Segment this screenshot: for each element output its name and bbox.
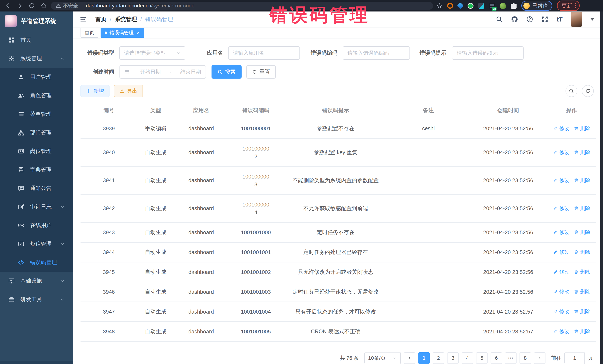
delete-link[interactable]: 删除: [574, 269, 590, 275]
delete-link[interactable]: 删除: [574, 149, 590, 156]
page-button[interactable]: 3: [447, 352, 459, 364]
sidebar-item-post[interactable]: 岗位管理: [0, 142, 73, 161]
delete-link[interactable]: 删除: [574, 177, 590, 184]
cell-code: 1001001003: [228, 282, 284, 302]
edit-link[interactable]: 修改: [553, 205, 569, 212]
sidebar-item-dict[interactable]: 字典管理: [0, 161, 73, 179]
cell-actions: 修改删除: [547, 223, 596, 243]
delete-link[interactable]: 删除: [574, 205, 590, 212]
sidebar-item-online[interactable]: 在线用户: [0, 216, 73, 235]
delete-link[interactable]: 删除: [574, 308, 590, 315]
extension-icon[interactable]: [447, 3, 453, 9]
browser-scrollbar[interactable]: [600, 11, 603, 364]
github-icon[interactable]: [511, 16, 518, 23]
extension-icon[interactable]: [500, 3, 506, 9]
extensions-puzzle-icon[interactable]: [510, 3, 517, 9]
breadcrumb-home[interactable]: 首页: [95, 16, 106, 23]
url-path[interactable]: /system/error-code: [151, 3, 195, 9]
sidebar-item-role[interactable]: 角色管理: [0, 86, 73, 105]
prev-page-button[interactable]: [404, 352, 415, 364]
extension-icon[interactable]: [468, 3, 474, 9]
back-icon[interactable]: [5, 3, 11, 9]
breadcrumb-system[interactable]: 系统管理: [115, 16, 137, 23]
delete-link[interactable]: 删除: [574, 249, 590, 255]
sidebar-item-audit[interactable]: 审计日志: [0, 198, 73, 216]
sidebar-logo[interactable]: 芋道管理系统: [0, 11, 73, 31]
search-button[interactable]: 搜索: [211, 65, 242, 78]
tab-home[interactable]: 首页: [81, 28, 98, 38]
user-avatar[interactable]: [571, 12, 582, 27]
edit-link[interactable]: 修改: [553, 229, 569, 236]
menu-dots-icon[interactable]: [575, 3, 576, 8]
hamburger-icon[interactable]: [79, 16, 87, 22]
search-icon[interactable]: [496, 16, 503, 23]
refresh-button[interactable]: [582, 85, 594, 97]
sidebar-item-user[interactable]: 用户管理: [0, 68, 73, 86]
edit-link[interactable]: 修改: [553, 328, 569, 335]
app-name-input[interactable]: 请输入应用名: [228, 46, 300, 60]
edit-link[interactable]: 修改: [553, 308, 569, 315]
security-label[interactable]: 不安全: [63, 2, 78, 9]
help-icon[interactable]: [526, 16, 533, 23]
next-page-button[interactable]: [534, 352, 545, 364]
page-button[interactable]: 1: [418, 352, 430, 364]
delete-link[interactable]: 删除: [574, 125, 590, 132]
error-type-select[interactable]: 请选择错误码类型: [119, 46, 185, 60]
cell-time: 2021-04-20 23:52:56: [469, 262, 547, 282]
date-range-picker[interactable]: 开始日期 - 结束日期: [119, 65, 206, 78]
reload-icon[interactable]: [29, 3, 35, 9]
toggle-search-button[interactable]: [566, 85, 577, 97]
delete-link[interactable]: 删除: [574, 229, 590, 236]
page-button[interactable]: 6: [491, 352, 502, 364]
tab-error-code[interactable]: 错误码管理: [101, 28, 144, 38]
reset-button[interactable]: 重置: [246, 65, 276, 78]
page-ellipsis[interactable]: •••: [505, 352, 517, 364]
edit-link[interactable]: 修改: [553, 149, 569, 156]
extension-icon[interactable]: on: [489, 3, 495, 9]
sidebar-item-dept[interactable]: 部门管理: [0, 123, 73, 142]
bookmark-star-icon[interactable]: [436, 3, 442, 9]
page-list: 123456•••8: [418, 352, 531, 364]
edit-link[interactable]: 修改: [553, 177, 569, 184]
edit-link[interactable]: 修改: [553, 249, 569, 255]
sidebar-collapse-bar[interactable]: [0, 361, 73, 364]
chevron-down-icon[interactable]: [590, 18, 594, 21]
cell-actions: 修改删除: [547, 262, 596, 282]
address-bar[interactable]: 不安全 dashboard.yudao.iocoder.cn /system/e…: [51, 2, 433, 10]
sidebar-item-notice[interactable]: 通知公告: [0, 179, 73, 198]
sidebar-item-system[interactable]: 系统管理: [0, 49, 73, 68]
edit-link[interactable]: 修改: [553, 125, 569, 132]
page-button[interactable]: 8: [520, 352, 531, 364]
delete-link[interactable]: 删除: [574, 328, 590, 335]
sidebar-item-devtools[interactable]: 研发工具: [0, 290, 73, 309]
export-button[interactable]: 导出: [114, 85, 143, 97]
home-icon[interactable]: [40, 3, 47, 9]
edit-link[interactable]: 修改: [553, 269, 569, 275]
sidebar-item-menu[interactable]: 菜单管理: [0, 105, 73, 123]
sidebar-item-errcode[interactable]: 错误码管理: [0, 253, 73, 272]
fullscreen-icon[interactable]: [541, 16, 548, 23]
edit-link[interactable]: 修改: [553, 288, 569, 295]
sidebar-item-sms[interactable]: 短信管理: [0, 235, 73, 253]
browser-update-button[interactable]: 更新: [557, 0, 580, 11]
font-size-icon[interactable]: tT: [557, 16, 563, 23]
sidebar-item-home[interactable]: 首页: [0, 31, 73, 49]
sidebar-item-infra[interactable]: 基础设施: [0, 272, 73, 290]
table-row: 3943自动生成dashboard1001001000定时任务不存在2021-0…: [81, 223, 596, 243]
profile-paused-badge[interactable]: 已暂停: [521, 1, 552, 11]
extension-icon[interactable]: [457, 2, 464, 9]
page-button[interactable]: 4: [462, 352, 473, 364]
delete-link[interactable]: 删除: [574, 288, 590, 295]
goto-page-input[interactable]: 1: [564, 352, 585, 364]
error-code-input[interactable]: 请输入错误码编码: [343, 46, 410, 60]
close-icon[interactable]: [136, 31, 140, 35]
app-title: 芋道管理系统: [21, 17, 56, 25]
add-button[interactable]: 新增: [81, 85, 109, 97]
page-size-select[interactable]: 10条/页: [364, 352, 401, 364]
page-button[interactable]: 5: [476, 352, 487, 364]
error-hint-input[interactable]: 请输入错误码提示: [452, 46, 524, 60]
page-button[interactable]: 2: [433, 352, 444, 364]
url-domain[interactable]: dashboard.yudao.iocoder.cn: [86, 3, 151, 9]
extension-icon[interactable]: [478, 3, 484, 9]
forward-icon[interactable]: [17, 3, 23, 9]
